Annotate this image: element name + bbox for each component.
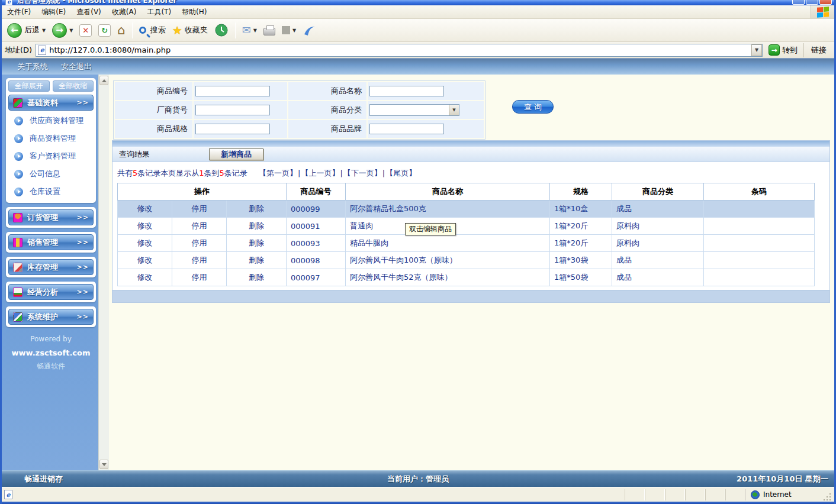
product-spec-input[interactable] [195, 124, 270, 134]
sidebar-menu-sales-mgmt[interactable]: 销售管理 >> [8, 234, 94, 250]
history-button[interactable] [213, 22, 230, 38]
menu-help[interactable]: 帮助(H) [176, 6, 212, 18]
forward-dropdown-icon[interactable]: ▼ [69, 28, 73, 33]
edit-link[interactable]: 修改 [118, 235, 172, 252]
search-button[interactable]: 搜索 [137, 24, 168, 37]
sidebar-item-supplier-mgmt[interactable]: 供应商资料管理 [8, 112, 94, 130]
scroll-up-button[interactable] [99, 76, 108, 85]
manufacturer-code-input[interactable] [195, 105, 270, 115]
edit-link[interactable]: 修改 [118, 269, 172, 286]
go-button[interactable]: → 转到 [766, 44, 800, 56]
table-row[interactable]: 修改 停用 删除 000091 普通肉 1箱*20斤 原料肉 [118, 218, 815, 235]
sidebar-panel-analysis: 经营分析 >> [6, 282, 96, 302]
edit-button[interactable]: ▼ [280, 25, 298, 35]
last-page-link[interactable]: 【尾页】 [385, 169, 416, 177]
print-icon [263, 28, 275, 35]
maximize-button[interactable] [806, 0, 818, 5]
refresh-button[interactable]: ↻ [97, 23, 112, 38]
edit-link[interactable]: 修改 [118, 252, 172, 269]
sidebar-menu-inventory-mgmt[interactable]: 库存管理 >> [8, 259, 94, 275]
status-bar: e Internet [2, 487, 834, 502]
mail-dropdown-icon[interactable]: ▼ [253, 28, 257, 33]
back-button[interactable]: ← 后退 ▼ [5, 22, 47, 39]
cell-spec: 1箱*50袋 [550, 269, 612, 286]
cell-spec: 1箱*30袋 [550, 252, 612, 269]
messenger-button[interactable] [301, 22, 319, 38]
select-dropdown-icon[interactable]: ▼ [449, 105, 459, 115]
edit-link[interactable]: 修改 [118, 218, 172, 235]
sidebar-menu-system-maintenance[interactable]: 系统维护 >> [8, 309, 94, 325]
table-row[interactable]: 修改 停用 删除 000093 精品牛腿肉 1箱*20斤 原料肉 [118, 235, 815, 252]
address-input[interactable] [46, 46, 751, 54]
cell-category: 成品 [612, 269, 704, 286]
resize-grip[interactable] [824, 493, 832, 502]
field-label: 商品分类 [288, 101, 366, 119]
minimize-button[interactable] [792, 0, 805, 5]
toolbar-separator [132, 22, 133, 38]
delete-link[interactable]: 删除 [227, 252, 287, 269]
product-brand-input[interactable] [369, 124, 444, 134]
sidebar-menu-business-analysis[interactable]: 经营分析 >> [8, 284, 94, 300]
collapse-all-button[interactable]: 全部收缩 [53, 80, 94, 92]
edit-link[interactable]: 修改 [118, 201, 172, 218]
arrow-down-icon [102, 463, 107, 466]
history-icon [214, 23, 229, 37]
product-code-input[interactable] [195, 86, 270, 96]
sidebar-item-customer-mgmt[interactable]: 客户资料管理 [8, 147, 94, 165]
scroll-down-button[interactable] [99, 460, 108, 469]
query-button[interactable]: 查 询 [512, 100, 554, 114]
home-button[interactable]: ⌂ [115, 23, 127, 38]
sidebar-item-product-mgmt[interactable]: 商品资料管理 [8, 130, 94, 147]
disable-link[interactable]: 停用 [172, 218, 227, 235]
print-button[interactable] [262, 24, 277, 37]
about-system-link[interactable]: 关于系统 [17, 62, 48, 72]
menu-tools[interactable]: 工具(T) [142, 6, 176, 18]
sidebar-menu-basic-data[interactable]: 基础资料 >> [8, 95, 94, 111]
disable-link[interactable]: 停用 [172, 252, 227, 269]
delete-link[interactable]: 删除 [227, 269, 287, 286]
menu-favorites[interactable]: 收藏(A) [107, 6, 142, 18]
product-name-input[interactable] [369, 86, 444, 96]
cell-product-code: 000091 [287, 218, 346, 235]
favorites-button[interactable]: ★ 收藏夹 [171, 24, 210, 37]
next-page-link[interactable]: 【下一页】 [343, 169, 382, 177]
sidebar-item-warehouse-setup[interactable]: 仓库设置 [8, 183, 94, 201]
sidebar-menu-order-mgmt[interactable]: 订货管理 >> [8, 209, 94, 225]
table-row[interactable]: 修改 停用 删除 000097 阿尔善风干牛肉52克（原味） 1箱*50袋 成品 [118, 269, 815, 286]
stop-button[interactable]: ✕ [78, 23, 94, 38]
status-pane [665, 489, 685, 500]
col-category: 商品分类 [612, 183, 704, 201]
mail-button[interactable]: ✉ ▼ [240, 24, 259, 37]
field-label: 厂商货号 [115, 101, 192, 119]
delete-link[interactable]: 删除 [227, 201, 287, 218]
disable-link[interactable]: 停用 [172, 201, 227, 218]
close-button[interactable] [819, 0, 832, 5]
back-dropdown-icon[interactable]: ▼ [42, 28, 46, 33]
table-row[interactable]: 修改 停用 删除 000098 阿尔善风干牛肉100克（原味） 1箱*30袋 成… [118, 252, 815, 269]
address-dropdown-icon[interactable]: ▼ [751, 44, 762, 56]
prev-page-link[interactable]: 【上一页】 [301, 169, 339, 177]
delete-link[interactable]: 删除 [227, 235, 287, 252]
menu-edit[interactable]: 编辑(E) [36, 6, 71, 18]
logout-link[interactable]: 安全退出 [61, 62, 92, 72]
table-row[interactable]: 修改 停用 删除 000099 阿尔善精品礼盒500克 1箱*10盒 成品 [118, 201, 815, 218]
first-page-link[interactable]: 【第一页】 [259, 169, 297, 177]
menu-file[interactable]: 文件(F) [2, 6, 36, 18]
menu-view[interactable]: 查看(V) [71, 6, 107, 18]
powered-by-label: Powered by [6, 332, 96, 346]
col-barcode: 条码 [704, 183, 815, 201]
frame-scrollbar[interactable] [98, 75, 109, 470]
play-circle-icon [14, 188, 23, 196]
delete-link[interactable]: 删除 [227, 218, 287, 235]
sidebar-item-company-info[interactable]: 公司信息 [8, 165, 94, 183]
forward-button[interactable]: → ▼ [50, 22, 75, 39]
website-link[interactable]: www.zsctsoft.com [6, 346, 96, 360]
expand-all-button[interactable]: 全部展开 [8, 80, 50, 92]
disable-link[interactable]: 停用 [172, 235, 227, 252]
edit-dropdown-icon[interactable]: ▼ [292, 28, 296, 33]
links-button[interactable]: 链接 [803, 43, 831, 57]
product-category-select[interactable]: ▼ [369, 104, 459, 116]
disable-link[interactable]: 停用 [172, 269, 227, 286]
cell-category: 原料肉 [612, 235, 704, 252]
add-product-button[interactable]: 新增商品 [209, 148, 263, 160]
